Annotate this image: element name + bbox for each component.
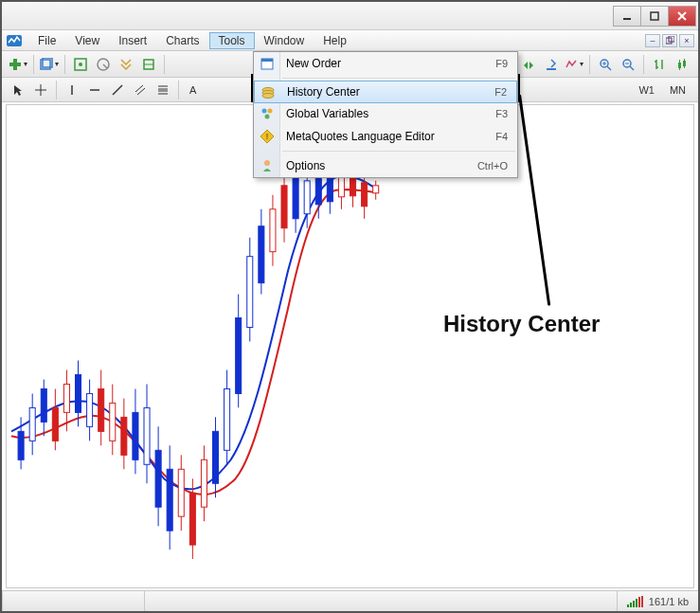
svg-point-114 xyxy=(262,109,267,114)
chart-shift-button[interactable] xyxy=(541,54,562,75)
candle-chart-button[interactable] xyxy=(672,54,692,75)
svg-rect-56 xyxy=(76,374,81,412)
close-button[interactable] xyxy=(668,6,696,27)
menu-view[interactable]: View xyxy=(65,32,109,49)
connection-bars-icon xyxy=(627,596,643,607)
app-icon xyxy=(6,32,23,49)
minimize-button[interactable] xyxy=(613,6,641,27)
mdi-restore[interactable] xyxy=(662,34,677,47)
svg-point-115 xyxy=(268,109,273,114)
svg-rect-64 xyxy=(121,417,127,455)
svg-line-19 xyxy=(607,66,611,70)
svg-rect-88 xyxy=(259,226,264,283)
svg-rect-108 xyxy=(373,186,379,193)
timeframe-w1[interactable]: W1 xyxy=(632,81,661,99)
menu-item-label: Options xyxy=(286,159,325,172)
market-watch-button[interactable] xyxy=(70,54,91,75)
fibonacci-button[interactable] xyxy=(153,80,173,100)
svg-point-116 xyxy=(265,115,270,119)
svg-rect-84 xyxy=(236,318,242,394)
zoom-out-button[interactable] xyxy=(618,54,638,75)
menu-shortcut: F9 xyxy=(495,58,508,69)
menu-item-label: New Order xyxy=(286,57,341,70)
menu-insert[interactable]: Insert xyxy=(109,32,156,49)
menu-tools[interactable]: Tools xyxy=(209,32,255,49)
timeframe-mn[interactable]: MN xyxy=(663,81,692,99)
menu-window[interactable]: Window xyxy=(255,32,314,49)
horizontal-line-button[interactable] xyxy=(84,80,105,100)
svg-point-12 xyxy=(79,63,82,66)
svg-rect-66 xyxy=(133,412,138,460)
svg-rect-92 xyxy=(281,186,287,228)
cursor-button[interactable] xyxy=(8,80,28,100)
text-button[interactable]: A xyxy=(184,80,205,100)
navigator-button[interactable] xyxy=(93,54,114,75)
mdi-minimize[interactable]: – xyxy=(645,34,660,47)
bar-chart-button[interactable] xyxy=(649,54,670,75)
mdi-controls: – × xyxy=(645,34,694,47)
menu-options[interactable]: Options Ctrl+O xyxy=(254,154,517,177)
svg-rect-90 xyxy=(270,209,276,252)
menu-charts[interactable]: Charts xyxy=(156,32,208,49)
svg-rect-48 xyxy=(29,407,35,441)
menu-shortcut: F2 xyxy=(494,86,507,98)
indicators-button[interactable] xyxy=(564,54,584,75)
svg-point-113 xyxy=(262,94,274,99)
menu-new-order[interactable]: New Order F9 xyxy=(254,52,517,75)
connection-status[interactable]: 161/1 kb xyxy=(617,591,698,611)
svg-rect-52 xyxy=(52,407,58,441)
menu-global-variables[interactable]: Global Variables F3 xyxy=(254,102,517,125)
options-icon xyxy=(258,156,277,175)
maximize-button[interactable] xyxy=(640,6,669,27)
mql-editor-icon: ! xyxy=(258,127,277,146)
svg-rect-58 xyxy=(87,393,93,426)
svg-rect-54 xyxy=(63,384,69,412)
menu-file[interactable]: File xyxy=(28,32,65,49)
menu-shortcut: F3 xyxy=(495,108,508,119)
svg-text:!: ! xyxy=(266,132,269,141)
menu-mql-editor[interactable]: ! MetaQuotes Language Editor F4 xyxy=(254,125,517,148)
menubar: File View Insert Charts Tools Window Hel… xyxy=(2,30,698,51)
new-order-icon xyxy=(258,54,277,73)
mdi-close[interactable]: × xyxy=(679,34,694,47)
profiles-button[interactable] xyxy=(39,54,60,75)
svg-rect-74 xyxy=(178,469,184,516)
svg-rect-8 xyxy=(9,63,21,66)
menu-shortcut: F4 xyxy=(495,131,508,142)
terminal-button[interactable] xyxy=(116,54,136,75)
tester-button[interactable] xyxy=(138,54,159,75)
svg-point-118 xyxy=(264,160,270,166)
svg-rect-104 xyxy=(350,175,356,196)
menu-item-label: History Center xyxy=(287,85,360,99)
vertical-line-button[interactable] xyxy=(62,80,82,100)
svg-rect-50 xyxy=(41,388,46,422)
svg-line-37 xyxy=(113,85,122,95)
svg-rect-86 xyxy=(247,257,253,328)
svg-rect-106 xyxy=(362,183,368,207)
titlebar xyxy=(2,2,698,30)
svg-rect-76 xyxy=(189,493,195,545)
autoscroll-button[interactable] xyxy=(518,54,539,75)
svg-rect-80 xyxy=(213,431,219,483)
trendline-button[interactable] xyxy=(107,80,128,100)
annotation-label: History Center xyxy=(443,311,600,337)
menu-shortcut: Ctrl+O xyxy=(477,160,508,171)
menu-item-label: MetaQuotes Language Editor xyxy=(286,130,435,143)
svg-rect-94 xyxy=(293,176,298,219)
menu-history-center[interactable]: History Center F2 xyxy=(254,81,517,103)
global-variables-icon xyxy=(258,104,277,123)
menu-help[interactable]: Help xyxy=(314,32,356,49)
crosshair-button[interactable] xyxy=(30,80,51,100)
svg-line-23 xyxy=(630,66,634,70)
status-segment xyxy=(2,591,144,611)
new-chart-button[interactable] xyxy=(8,54,28,75)
menu-item-label: Global Variables xyxy=(286,107,368,120)
equidistant-channel-button[interactable] xyxy=(130,80,151,100)
svg-rect-82 xyxy=(224,388,230,450)
svg-rect-72 xyxy=(167,469,172,531)
status-segment xyxy=(144,591,617,611)
svg-text:A: A xyxy=(189,84,197,96)
history-center-icon xyxy=(259,83,278,102)
zoom-in-button[interactable] xyxy=(595,54,616,75)
svg-rect-110 xyxy=(261,59,273,62)
